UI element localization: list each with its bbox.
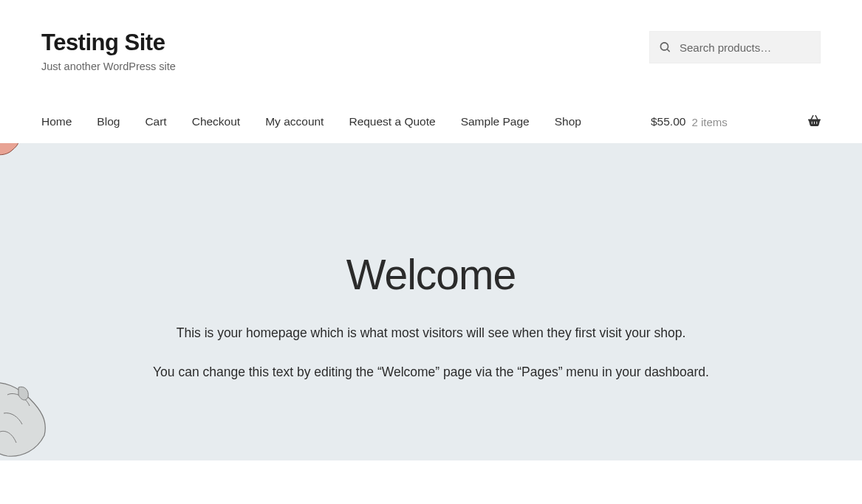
primary-nav-row: Home Blog Cart Checkout My account Reque…: [0, 100, 862, 143]
decorative-image-top-left: [0, 143, 31, 165]
page-title: Welcome: [0, 250, 862, 299]
site-header: Testing Site Just another WordPress site…: [0, 0, 862, 143]
header-top: Testing Site Just another WordPress site: [0, 0, 862, 72]
nav-item-my-account[interactable]: My account: [265, 115, 324, 128]
hero-section: Welcome This is your homepage which is w…: [0, 143, 862, 460]
hero-paragraph-2: You can change this text by editing the …: [0, 365, 862, 380]
primary-nav: Home Blog Cart Checkout My account Reque…: [41, 115, 581, 128]
nav-item-home[interactable]: Home: [41, 115, 72, 128]
search-form[interactable]: [649, 31, 821, 63]
cart-summary: $55.00 2 items: [651, 115, 728, 128]
site-tagline: Just another WordPress site: [41, 61, 176, 72]
basket-icon: [808, 114, 821, 130]
search-icon: [660, 42, 670, 52]
site-title[interactable]: Testing Site: [41, 30, 176, 56]
decorative-image-bottom-left: [0, 376, 74, 460]
cart-total: $55.00: [651, 115, 685, 128]
search-input[interactable]: [649, 31, 821, 63]
nav-item-blog[interactable]: Blog: [97, 115, 120, 128]
nav-item-cart[interactable]: Cart: [145, 115, 166, 128]
cart-count: 2 items: [691, 116, 727, 128]
nav-item-request-quote[interactable]: Request a Quote: [349, 115, 435, 128]
branding: Testing Site Just another WordPress site: [41, 30, 176, 72]
cart-link[interactable]: $55.00 2 items: [651, 114, 821, 130]
nav-item-shop[interactable]: Shop: [555, 115, 581, 128]
hero-paragraph-1: This is your homepage which is what most…: [0, 325, 862, 341]
nav-item-sample-page[interactable]: Sample Page: [461, 115, 530, 128]
nav-item-checkout[interactable]: Checkout: [192, 115, 240, 128]
